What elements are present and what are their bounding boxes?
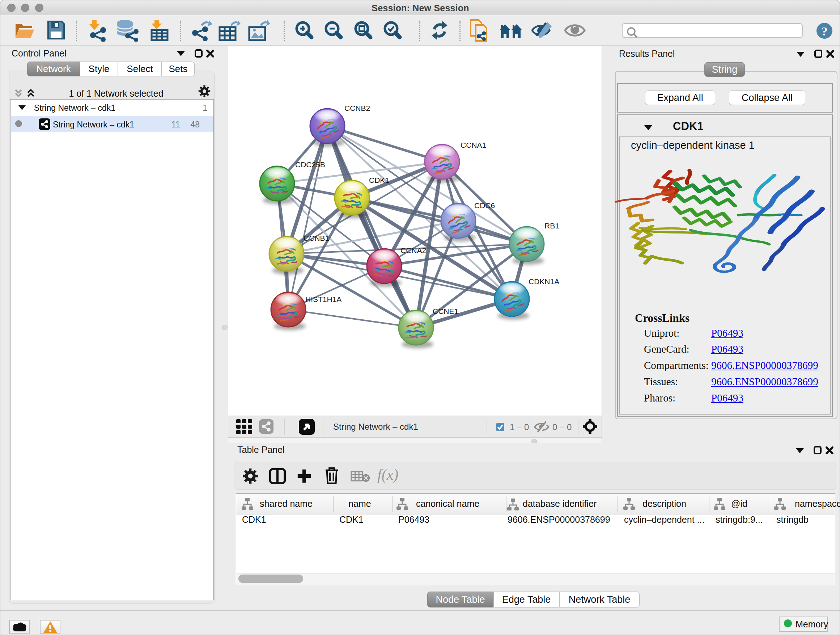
svg-text:RB1: RB1 — [545, 222, 559, 230]
svg-text:CDC25B: CDC25B — [295, 160, 325, 169]
svg-text:?: ? — [821, 25, 828, 38]
svg-text:CCNB1: CCNB1 — [303, 234, 329, 242]
svg-text:CCNB2: CCNB2 — [344, 104, 370, 112]
svg-text:CCNA1: CCNA1 — [461, 141, 486, 149]
svg-text:CCNA2: CCNA2 — [401, 246, 426, 255]
svg-text:CDK1: CDK1 — [369, 176, 389, 184]
svg-text:CCNE1: CCNE1 — [433, 307, 458, 315]
svg-text:HIST1H1A: HIST1H1A — [305, 295, 341, 303]
svg-text:CDKN1A: CDKN1A — [529, 277, 559, 286]
svg-text:CDC6: CDC6 — [474, 201, 495, 210]
